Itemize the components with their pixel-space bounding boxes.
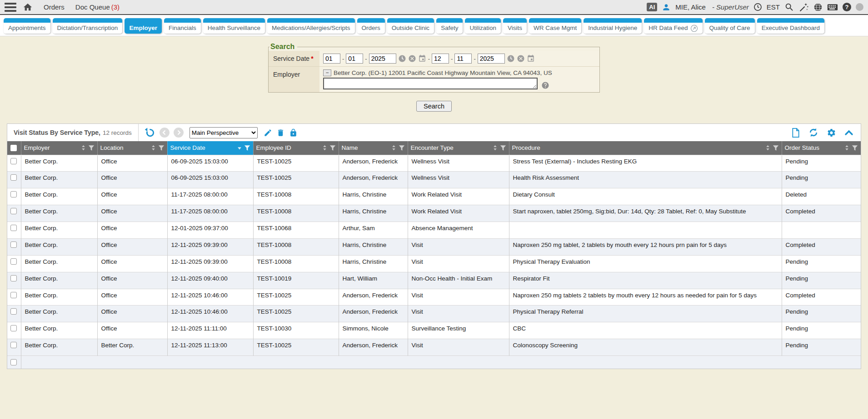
employer-help-icon[interactable]: [541, 81, 549, 89]
from-year-input[interactable]: [369, 54, 396, 64]
breadcrumb-orders[interactable]: Orders: [44, 3, 65, 11]
tab-medications-allergies-scripts[interactable]: Medications/Allergies/Scripts: [267, 18, 355, 34]
globe-icon[interactable]: [813, 3, 823, 12]
row-checkbox[interactable]: [10, 325, 17, 331]
to-year-input[interactable]: [478, 54, 505, 64]
column-header-service-date[interactable]: Service Date: [167, 141, 253, 155]
sort-icon[interactable]: [391, 145, 397, 151]
footer-checkbox[interactable]: [10, 359, 17, 365]
tab-employer[interactable]: Employer: [125, 18, 162, 34]
tab-outside-clinic[interactable]: Outside Clinic: [387, 18, 434, 34]
magic-wand-icon[interactable]: [799, 2, 809, 12]
collapse-grid-chevron-icon[interactable]: [844, 129, 853, 136]
breadcrumb-doc-queue[interactable]: Doc Queue(3): [75, 3, 120, 11]
column-header-employee-id[interactable]: Employee ID: [253, 141, 339, 155]
row-checkbox[interactable]: [10, 275, 17, 281]
clock-icon[interactable]: [753, 3, 762, 11]
to-calendar-icon[interactable]: [527, 54, 535, 63]
tab-appointments[interactable]: Appointments: [4, 18, 50, 34]
tab-industrial-hygiene[interactable]: Industrial Hygiene: [584, 18, 642, 34]
row-checkbox[interactable]: [10, 292, 17, 298]
tab-quality-of-care[interactable]: Quality of Care: [705, 18, 755, 34]
to-day-input[interactable]: [454, 54, 472, 64]
from-day-input[interactable]: [346, 54, 363, 64]
next-page-icon[interactable]: [174, 128, 184, 138]
row-checkbox[interactable]: [10, 342, 17, 348]
sort-icon[interactable]: [492, 145, 498, 151]
filter-funnel-icon[interactable]: [773, 145, 779, 151]
keyboard-icon[interactable]: [827, 3, 838, 11]
grid-settings-gear-icon[interactable]: [827, 128, 836, 138]
row-checkbox[interactable]: [10, 308, 17, 315]
tab-wr-case-mgmt[interactable]: WR Case Mgmt: [529, 18, 581, 34]
row-checkbox[interactable]: [10, 208, 17, 214]
cell-employer: Better Corp.: [21, 289, 97, 306]
column-header-procedure[interactable]: Procedure: [509, 141, 782, 155]
from-calendar-icon[interactable]: [418, 54, 426, 63]
sort-icon[interactable]: [765, 145, 771, 151]
row-checkbox[interactable]: [10, 191, 17, 197]
column-header-employer[interactable]: Employer: [21, 141, 97, 155]
sort-icon[interactable]: [150, 145, 156, 151]
sort-icon[interactable]: [322, 145, 328, 151]
cell-employee-id: TEST-10019: [253, 272, 339, 289]
select-all-checkbox[interactable]: [10, 145, 17, 151]
tab-hr-data-feed[interactable]: HR Data Feed: [644, 18, 702, 34]
sort-icon[interactable]: [80, 145, 86, 151]
tab-executive-dashboard[interactable]: Executive Dashboard: [757, 18, 824, 34]
filter-funnel-icon[interactable]: [158, 145, 165, 151]
hamburger-menu-icon[interactable]: [5, 1, 16, 14]
row-select-cell: [7, 322, 21, 339]
column-header-location[interactable]: Location: [97, 141, 167, 155]
home-icon[interactable]: [23, 2, 33, 12]
cell-location: Office: [97, 155, 167, 172]
to-time-icon[interactable]: [507, 54, 515, 63]
tab-orders[interactable]: Orders: [357, 18, 385, 34]
filter-funnel-icon[interactable]: [329, 145, 336, 151]
previous-page-icon[interactable]: [160, 128, 170, 138]
tab-dictation-transcription[interactable]: Dictation/Transcription: [53, 18, 123, 34]
column-header-order-status[interactable]: Order Status: [782, 141, 861, 155]
row-checkbox[interactable]: [10, 258, 17, 265]
user-name[interactable]: MIE, Alice: [675, 3, 706, 11]
row-checkbox[interactable]: [10, 174, 17, 181]
search-icon[interactable]: [784, 2, 794, 12]
export-document-icon[interactable]: [791, 128, 800, 138]
to-clear-icon[interactable]: [517, 54, 525, 63]
tab-financials[interactable]: Financials: [164, 18, 201, 34]
filter-funnel-icon[interactable]: [500, 145, 506, 151]
filter-funnel-icon[interactable]: [244, 145, 250, 151]
to-month-input[interactable]: [432, 54, 449, 64]
column-header-encounter-type[interactable]: Encounter Type: [408, 141, 509, 155]
from-time-icon[interactable]: [398, 54, 406, 63]
employer-search-input[interactable]: [323, 78, 538, 89]
tab-safety[interactable]: Safety: [436, 18, 463, 34]
refresh-icon[interactable]: [808, 128, 818, 138]
filter-funnel-icon[interactable]: [88, 145, 95, 151]
column-header-name[interactable]: Name: [339, 141, 408, 155]
edit-perspective-icon[interactable]: [264, 128, 272, 137]
from-month-input[interactable]: [323, 54, 340, 64]
user-icon[interactable]: [662, 3, 671, 12]
lock-perspective-icon[interactable]: [289, 128, 298, 137]
row-checkbox[interactable]: [10, 158, 17, 164]
row-checkbox[interactable]: [10, 225, 17, 231]
search-button[interactable]: Search: [416, 101, 452, 112]
sort-descending-icon[interactable]: [237, 145, 242, 151]
reset-perspective-icon[interactable]: [145, 128, 155, 138]
tab-utilization[interactable]: Utilization: [465, 18, 501, 34]
tab-visits[interactable]: Visits: [503, 18, 527, 34]
delete-perspective-icon[interactable]: [276, 128, 285, 137]
collapse-employer-button[interactable]: −: [323, 69, 331, 76]
tab-health-surveillance[interactable]: Health Surveillance: [203, 18, 265, 34]
row-checkbox[interactable]: [10, 242, 17, 248]
help-icon[interactable]: ?: [843, 3, 851, 11]
cell-order-status: Pending: [782, 255, 861, 272]
filter-funnel-icon[interactable]: [852, 145, 858, 151]
cell-encounter-type: Surveillance Testing: [408, 322, 509, 339]
filter-funnel-icon[interactable]: [399, 145, 405, 151]
perspective-select[interactable]: Main Perspective: [190, 127, 258, 138]
sort-icon[interactable]: [844, 145, 850, 151]
from-clear-icon[interactable]: [408, 54, 416, 63]
ai-badge[interactable]: AI: [647, 3, 657, 11]
